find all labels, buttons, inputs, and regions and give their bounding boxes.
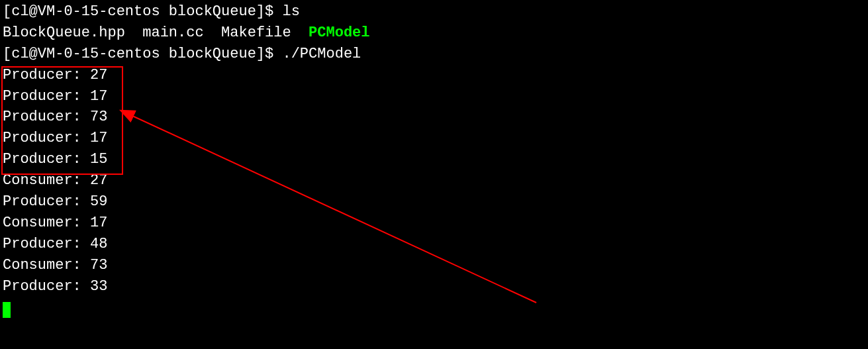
command-ls: ls [282, 3, 299, 20]
file-main-cc: main.cc [142, 25, 203, 41]
shell-prompt: [cl@VM-0-15-centos blockQueue]$ [3, 3, 282, 20]
file-pcmodel: PCModel [309, 25, 369, 41]
output-line: Producer: 17 [3, 128, 865, 149]
output-line: Producer: 27 [3, 65, 865, 86]
file-makefile: Makefile [221, 25, 291, 41]
output-line: Producer: 59 [3, 191, 865, 213]
output-line: Producer: 73 [3, 107, 865, 128]
output-line: Producer: 33 [3, 276, 865, 297]
output-line: Consumer: 27 [3, 170, 865, 191]
terminal-cursor-line[interactable] [3, 297, 865, 318]
output-line: Producer: 15 [3, 149, 865, 170]
output-line: Producer: 17 [3, 86, 865, 107]
shell-prompt: [cl@VM-0-15-centos blockQueue]$ [3, 46, 282, 62]
output-line: Consumer: 73 [3, 255, 865, 276]
file-blockqueue-hpp: BlockQueue.hpp [3, 25, 125, 41]
terminal-line-prompt-2: [cl@VM-0-15-centos blockQueue]$ ./PCMode… [3, 44, 865, 65]
cursor-block [3, 302, 11, 318]
terminal-line-ls-output: BlockQueue.hpp main.cc Makefile PCModel [3, 23, 865, 44]
output-line: Producer: 48 [3, 234, 865, 255]
terminal-line-prompt-1: [cl@VM-0-15-centos blockQueue]$ ls [3, 1, 865, 23]
command-run-pcmodel: ./PCModel [282, 46, 361, 62]
output-line: Consumer: 17 [3, 213, 865, 234]
